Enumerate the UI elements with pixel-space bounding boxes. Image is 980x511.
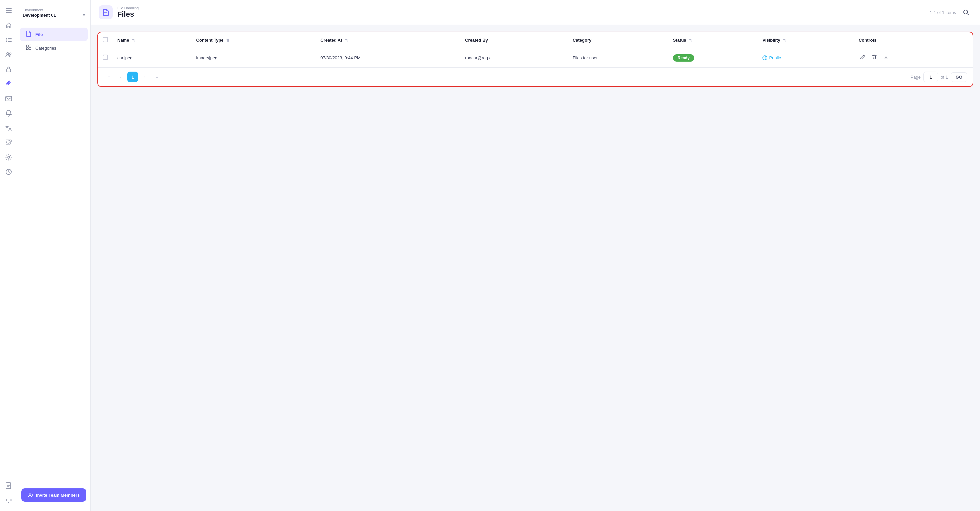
slack-icon[interactable] — [2, 494, 15, 507]
page-title: Files — [117, 10, 925, 19]
environment-selector[interactable]: Environment Development 01 ▾ — [18, 5, 90, 23]
globe-icon — [762, 55, 767, 60]
svg-rect-0 — [6, 8, 12, 9]
list-icon[interactable] — [2, 33, 15, 47]
svg-point-23 — [29, 493, 31, 495]
lock-icon[interactable] — [2, 63, 15, 76]
content-type-filter-icon[interactable]: ⇅ — [226, 38, 229, 43]
chevron-down-icon: ▾ — [83, 13, 85, 17]
svg-point-24 — [964, 10, 968, 14]
visibility-filter-icon[interactable]: ⇅ — [783, 38, 786, 43]
col-category: Category — [568, 32, 668, 48]
next-page-button[interactable]: › — [139, 71, 150, 82]
svg-rect-20 — [29, 45, 31, 47]
analytics-icon[interactable] — [2, 165, 15, 179]
select-all-checkbox[interactable] — [103, 37, 108, 42]
page-input[interactable] — [923, 71, 938, 82]
col-controls: Controls — [854, 32, 973, 48]
svg-point-7 — [6, 41, 7, 42]
header-icon — [99, 5, 113, 19]
delete-button[interactable] — [871, 53, 878, 63]
first-page-button[interactable]: « — [103, 71, 114, 82]
nav-sidebar: Environment Development 01 ▾ File Catego… — [18, 0, 91, 511]
col-created-by: Created By — [460, 32, 568, 48]
hamburger-menu-icon[interactable] — [2, 4, 15, 17]
header-meta: 1-1 of 1 items — [930, 6, 972, 18]
col-name: Name ⇅ — [113, 32, 192, 48]
col-visibility: Visibility ⇅ — [758, 32, 854, 48]
invite-button-label: Invite Team Members — [36, 493, 80, 498]
visibility-value: Public — [762, 55, 850, 60]
mail-icon[interactable] — [2, 92, 15, 105]
svg-point-3 — [6, 38, 7, 39]
status-filter-icon[interactable]: ⇅ — [689, 38, 692, 43]
row-checkbox[interactable] — [103, 55, 108, 60]
item-count: 1-1 of 1 items — [930, 10, 956, 15]
cell-status: Ready — [668, 48, 758, 68]
search-button[interactable] — [960, 6, 972, 18]
paperclip-icon[interactable] — [2, 77, 15, 90]
svg-rect-2 — [6, 12, 12, 13]
svg-rect-15 — [6, 499, 7, 501]
svg-rect-8 — [8, 41, 12, 42]
sidebar-item-file[interactable]: File — [20, 28, 88, 41]
status-badge: Ready — [673, 54, 694, 62]
svg-rect-18 — [8, 502, 9, 503]
svg-rect-22 — [29, 48, 31, 50]
book-icon[interactable] — [2, 479, 15, 492]
svg-point-5 — [6, 40, 7, 41]
table-container: Name ⇅ Content Type ⇅ Created At ⇅ Cre — [97, 32, 973, 87]
svg-point-10 — [10, 53, 11, 55]
main-content: File Handling Files 1-1 of 1 items Name — [91, 0, 980, 511]
prev-page-button[interactable]: ‹ — [115, 71, 126, 82]
environment-value[interactable]: Development 01 ▾ — [23, 13, 85, 17]
name-filter-icon[interactable]: ⇅ — [132, 38, 135, 43]
cell-created-by: roqcar@roq.ai — [460, 48, 568, 68]
cell-controls — [854, 48, 973, 68]
svg-point-9 — [7, 52, 9, 55]
puzzle-icon[interactable] — [2, 136, 15, 149]
cell-visibility: Public — [758, 48, 854, 68]
cell-category: Files for user — [568, 48, 668, 68]
users-icon[interactable] — [2, 48, 15, 61]
last-page-button[interactable]: » — [151, 71, 162, 82]
content-area: Name ⇅ Content Type ⇅ Created At ⇅ Cre — [91, 25, 980, 511]
svg-rect-16 — [8, 497, 9, 497]
sidebar-item-categories[interactable]: Categories — [20, 42, 88, 54]
header: File Handling Files 1-1 of 1 items — [91, 0, 980, 25]
svg-rect-1 — [6, 10, 12, 11]
page-goto: Page of 1 GO — [911, 71, 967, 82]
environment-label: Environment — [23, 8, 85, 12]
home-icon[interactable] — [2, 19, 15, 32]
edit-button[interactable] — [859, 53, 867, 63]
created-at-filter-icon[interactable]: ⇅ — [345, 38, 348, 43]
grid-icon — [25, 44, 32, 51]
table-row: car.jpeg image/jpeg 07/30/2023, 9:44 PM … — [98, 48, 973, 68]
svg-rect-19 — [26, 45, 28, 47]
col-status: Status ⇅ — [668, 32, 758, 48]
icon-sidebar — [0, 0, 18, 511]
file-icon — [25, 31, 32, 38]
svg-point-13 — [8, 156, 10, 158]
invite-team-members-button[interactable]: Invite Team Members — [21, 488, 86, 501]
files-table: Name ⇅ Content Type ⇅ Created At ⇅ Cre — [98, 32, 973, 67]
col-created-at: Created At ⇅ — [316, 32, 460, 48]
go-button[interactable]: GO — [951, 72, 967, 82]
page-nav: « ‹ 1 › » — [103, 71, 162, 82]
cell-created-at: 07/30/2023, 9:44 PM — [316, 48, 460, 68]
sidebar-item-file-label: File — [35, 32, 43, 37]
svg-rect-11 — [7, 69, 11, 72]
page-1-button[interactable]: 1 — [127, 71, 138, 82]
page-label: Page — [911, 75, 921, 79]
download-button[interactable] — [882, 53, 890, 63]
sidebar-item-categories-label: Categories — [35, 46, 56, 51]
bell-icon[interactable] — [2, 106, 15, 120]
col-content-type: Content Type ⇅ — [192, 32, 316, 48]
cell-content-type: image/jpeg — [192, 48, 316, 68]
svg-rect-21 — [26, 48, 28, 50]
svg-rect-12 — [6, 96, 12, 101]
translate-icon[interactable] — [2, 121, 15, 135]
cell-name: car.jpeg — [113, 48, 192, 68]
of-label: of 1 — [941, 75, 948, 79]
settings-icon[interactable] — [2, 151, 15, 164]
